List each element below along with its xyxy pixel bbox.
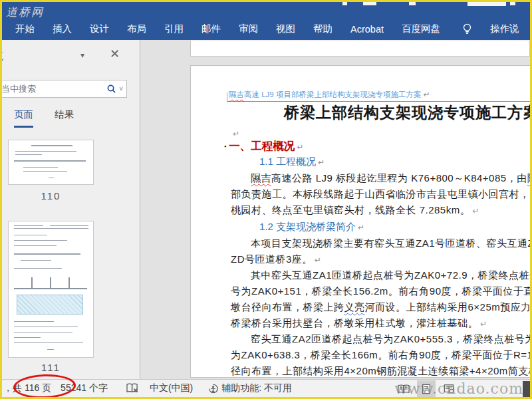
search-dropdown-icon[interactable]: ˅ [119,85,123,92]
tab-baidu-netdisk[interactable]: 百度网盘 [402,23,440,35]
proofing-error-icon[interactable] [126,383,139,394]
body-line: 径向布置，上部结构采用4×20m钢筋混凝土连续箱梁+4×20m简支桥面连续预应力… [231,365,532,378]
page-thumbnail-label: 110 [2,190,100,201]
page-thumbnail-label: 111 [2,362,100,373]
thumbnail-diagram [17,295,83,315]
body-line: 窑头互通ZA2匝道桥起点桩号为ZAK0+555.3，桥梁终点桩号为ZAK0+72… [251,333,532,346]
titlebar-fragment [510,2,515,5]
ribbon-bar: 道桥网 开始 插入 设计 布局 引用 邮件 审阅 视图 帮助 Acrobat 百… [2,2,530,40]
body-line: 隰吉高速公路 LJ9 标段起讫里程为 K76+800～K84+085，由隰吉高速… [251,172,532,185]
search-box: ˅ [2,80,127,98]
navigation-pane-title: 导航 [2,49,3,63]
nav-tab-pages[interactable]: 页面 [14,108,33,128]
paragraph-mark: ↵ [480,319,487,329]
heading-1-2: 1.2 支架现浇桥梁简介↵ [259,221,364,233]
tab-insert[interactable]: 插入 [53,23,72,35]
document-page[interactable]: 隰吉高速 LJ9 项目部桥梁上部结构支架现浇专项施工方案↵ 桥梁上部结构支架现浇… [190,65,532,378]
header-rule [227,101,532,102]
tab-layout[interactable]: 布局 [127,23,146,35]
status-corner-block [523,381,530,397]
page-header-text: 隰吉高速 LJ9 项目部桥梁上部结构支架现浇专项施工方案↵ [229,90,430,100]
body-line: 本项目支架现浇桥梁主要有窑头互通ZA1号匝道桥、窑头互通ZA2号匝道桥、窑头 [251,237,532,250]
accessibility-status[interactable]: 辅助功能: 不可用 [221,382,292,394]
previous-page-bottom [190,41,530,57]
lightbulb-icon [462,23,472,36]
titlebar-fragment [363,2,376,5]
header-margin-mark [227,92,227,101]
page-thumbnail-111[interactable] [8,221,94,358]
body-line: 其中窑头互通ZA1匝道桥起点桩号为ZAK0+72.9，桥梁终点桩号为ZAK0+2… [251,269,532,282]
body-line: 号为ZAK0+151，桥梁全长156.2m。前右角90度，桥梁平面位于直线、缓和… [231,285,532,298]
navigation-tabs: 页面 结果 [14,108,74,128]
tab-tell-me[interactable]: 操作说 [490,23,519,35]
tab-references[interactable]: 引用 [164,23,184,35]
heading-1: ▪一、工程概况↵ [224,139,303,154]
paragraph-mark: ↵ [472,206,479,215]
tab-design[interactable]: 设计 [90,23,109,35]
body-line: 部负责施工。本标段线路起于山西省临汾市吉县屯里镇小回宫村，途径屯里镇大回宫 [231,188,532,201]
titlebar-fragment [342,2,347,5]
body-line: 为ZAK0+638.3，桥梁全长166m。前右角90度，桥梁平面位于R=185m… [231,349,532,362]
tab-review[interactable]: 审阅 [239,23,258,35]
paragraph-mark: ↵ [423,90,430,99]
titlebar-fragment [467,2,506,6]
close-icon[interactable]: ✕ [110,47,120,61]
accessibility-icon [207,383,219,394]
nav-tab-results[interactable]: 结果 [55,108,74,128]
paragraph-mark: ↵ [233,129,239,138]
heading-1-1: 1.1 工程概况↵ [259,156,325,168]
watermark: www.cndao.com [394,380,523,397]
paragraph-mark: ↵ [318,158,325,167]
tab-acrobat[interactable]: Acrobat [350,24,384,35]
tab-mailings[interactable]: 邮件 [201,23,221,35]
chevron-down-icon[interactable]: ▾ [80,51,84,60]
language-status[interactable]: 中文(中国) [150,382,193,394]
ribbon-tabs: 开始 插入 设计 布局 引用 邮件 审阅 视图 帮助 Acrobat 百度网盘 … [15,18,530,40]
body-line: 桃园村、终点至屯里镇窑头村，线路全长 7.285km。↵ [231,204,479,217]
search-input[interactable] [2,84,106,94]
outline-bullet: ▪ [224,143,226,150]
titlebar-fragment [409,2,416,5]
body-line: ZD号匝道桥3座。↵ [231,253,321,266]
word-window: 道桥网 开始 插入 设计 布局 引用 邮件 审阅 视图 帮助 Acrobat 百… [0,0,532,399]
body-line: 桥梁桥台采用扶壁台，桥墩采用柱式墩，灌注桩基础。↵ [231,317,487,330]
navigation-pane: 导航 ▾ ✕ ˅ 页面 结果 110 [2,40,140,379]
tab-home[interactable]: 开始 [15,23,35,35]
document-title: 桥梁上部结构支架现浇专项施工方案↵ [284,102,532,123]
search-icon[interactable] [106,84,116,94]
paragraph-mark: ↵ [315,255,322,265]
page-thumbnail-110[interactable] [8,140,94,185]
tab-help[interactable]: 帮助 [313,23,332,35]
paragraph-mark: ↵ [358,223,364,232]
tab-view[interactable]: 视图 [276,23,295,35]
empty-paragraph: ↵ [231,127,239,139]
paragraph-mark: ↵ [297,142,303,152]
body-line: 墩台径向布置，桥梁上跨义亮河而设。上部结构采用6×25m预应力混凝土现浇连续箱 [231,301,532,314]
